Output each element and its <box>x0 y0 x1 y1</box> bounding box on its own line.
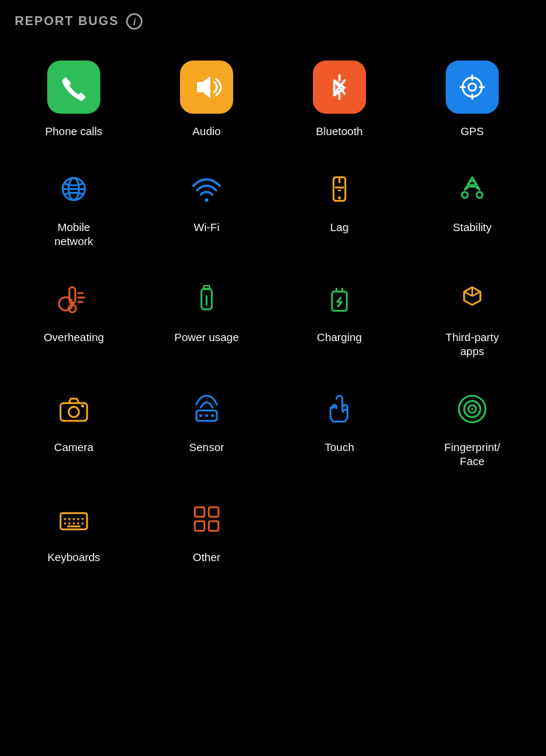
grid-item-lag[interactable]: Lag <box>273 155 406 265</box>
fingerprint-face-label: Fingerprint/Face <box>444 440 500 469</box>
svg-rect-61 <box>195 521 204 531</box>
grid-item-stability[interactable]: Stability <box>406 155 539 265</box>
svg-point-40 <box>199 414 202 417</box>
charging-icon <box>322 281 357 320</box>
grid-item-other[interactable]: Other <box>140 485 273 581</box>
bug-category-grid: Phone calls Audio Bluetooth <box>0 37 546 588</box>
grid-item-charging[interactable]: Charging <box>273 265 406 375</box>
power-usage-label: Power usage <box>174 330 239 345</box>
grid-item-camera[interactable]: Camera <box>7 375 140 485</box>
svg-point-46 <box>471 408 474 410</box>
grid-item-third-party-apps[interactable]: Third-partyapps <box>406 265 539 375</box>
svg-point-17 <box>338 196 341 199</box>
grid-item-sensor[interactable]: Sensor <box>140 375 273 485</box>
overheating-icon <box>56 281 91 320</box>
keyboards-label: Keyboards <box>47 550 100 565</box>
grid-item-power-usage[interactable]: Power usage <box>140 265 273 375</box>
bluetooth-label: Bluetooth <box>316 124 362 139</box>
power-usage-icon <box>189 281 224 320</box>
svg-point-20 <box>462 192 468 198</box>
overheating-label: Overheating <box>44 330 104 345</box>
other-label: Other <box>193 550 221 565</box>
grid-item-overheating[interactable]: Overheating <box>7 265 140 375</box>
bluetooth-icon <box>313 61 366 114</box>
wifi-label: Wi-Fi <box>194 220 220 235</box>
third-party-apps-icon <box>455 281 490 320</box>
svg-rect-60 <box>209 507 218 517</box>
svg-point-37 <box>69 407 79 417</box>
svg-line-35 <box>472 292 480 296</box>
lag-icon <box>322 171 357 210</box>
grid-item-phone-calls[interactable]: Phone calls <box>7 44 140 155</box>
lag-label: Lag <box>330 220 348 235</box>
grid-item-gps[interactable]: GPS <box>406 44 539 155</box>
charging-label: Charging <box>317 330 362 345</box>
fingerprint-face-icon <box>455 391 490 430</box>
camera-icon <box>56 391 91 430</box>
gps-label: GPS <box>460 124 484 139</box>
svg-point-42 <box>211 414 214 417</box>
svg-marker-0 <box>197 76 210 98</box>
svg-rect-59 <box>195 507 204 517</box>
audio-label: Audio <box>193 124 221 139</box>
grid-item-wifi[interactable]: Wi-Fi <box>140 155 273 265</box>
touch-icon <box>322 391 357 430</box>
touch-label: Touch <box>325 440 354 455</box>
info-button[interactable]: i <box>126 13 142 30</box>
svg-rect-28 <box>204 286 210 289</box>
page-title: REPORT BUGS <box>15 14 119 29</box>
grid-item-fingerprint-face[interactable]: Fingerprint/Face <box>406 375 539 485</box>
header: REPORT BUGS i <box>0 0 546 37</box>
grid-item-bluetooth[interactable]: Bluetooth <box>273 44 406 155</box>
audio-icon <box>180 61 233 114</box>
stability-icon <box>455 171 490 210</box>
svg-point-21 <box>477 192 483 198</box>
svg-point-4 <box>469 83 476 91</box>
phone-calls-icon <box>47 61 100 114</box>
sensor-icon <box>189 391 224 430</box>
svg-marker-18 <box>465 177 480 190</box>
stability-label: Stability <box>453 220 492 235</box>
grid-item-touch[interactable]: Touch <box>273 375 406 485</box>
svg-point-12 <box>205 198 209 202</box>
wifi-icon <box>189 171 224 210</box>
svg-line-34 <box>464 292 472 296</box>
grid-item-audio[interactable]: Audio <box>140 44 273 155</box>
svg-point-38 <box>81 405 84 408</box>
mobile-network-label: Mobilenetwork <box>55 220 94 249</box>
phone-calls-label: Phone calls <box>45 124 103 139</box>
sensor-label: Sensor <box>189 440 224 455</box>
grid-item-mobile-network[interactable]: Mobilenetwork <box>7 155 140 265</box>
grid-item-keyboards[interactable]: Keyboards <box>7 485 140 581</box>
keyboards-icon <box>56 501 91 540</box>
gps-icon <box>446 61 499 114</box>
third-party-apps-label: Third-partyapps <box>446 330 500 359</box>
svg-point-41 <box>205 414 208 417</box>
svg-rect-62 <box>209 521 218 531</box>
mobile-network-icon <box>56 171 91 210</box>
camera-label: Camera <box>54 440 93 455</box>
other-icon <box>189 501 224 540</box>
